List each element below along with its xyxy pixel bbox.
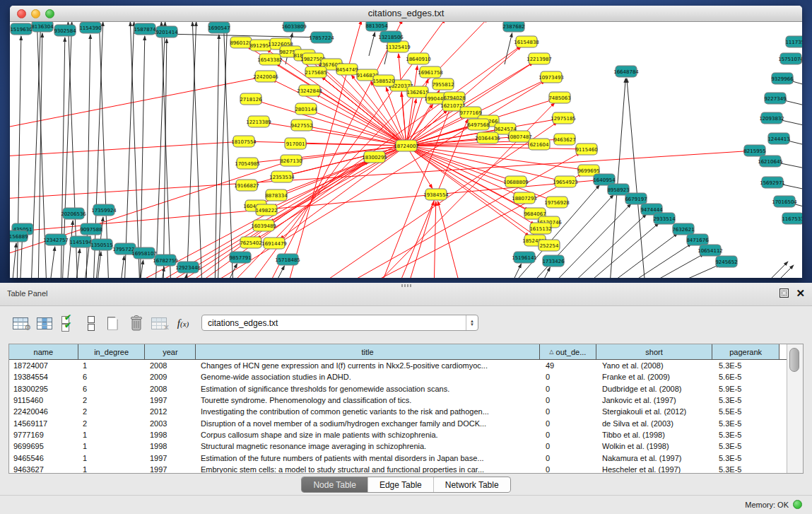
table-options-button[interactable]: ⚙ (10, 312, 31, 334)
graph-node[interactable]: 16961758 (418, 66, 443, 78)
tab-edge-table[interactable]: Edge Table (368, 477, 434, 492)
graph-node[interactable]: 15751074 (778, 53, 802, 64)
table-row[interactable]: 2242004622012Investigating the contribut… (9, 406, 787, 417)
graph-node[interactable]: 16039489 (251, 220, 276, 231)
graph-node[interactable]: 9245652 (715, 256, 737, 267)
graph-node[interactable]: 17016504 (772, 196, 797, 207)
graph-node[interactable]: 1519630 (10, 23, 32, 35)
graph-node[interactable]: 8267130 (280, 155, 302, 166)
graph-node[interactable]: 1615132 (529, 223, 551, 234)
graph-node[interactable]: 9201414 (155, 26, 178, 37)
graph-node[interactable]: 19756928 (544, 197, 570, 208)
graph-node[interactable]: 7955812 (432, 78, 454, 90)
graph-node[interactable]: 9427552 (290, 119, 312, 131)
graph-node[interactable]: 8471676 (686, 234, 709, 245)
table-row[interactable]: 946362711997Embryonic stem cells: a mode… (9, 464, 787, 473)
graph-node[interactable]: 12093832 (759, 112, 784, 124)
column-header-title[interactable]: title (196, 344, 540, 359)
graph-node[interactable]: 16210645 (758, 156, 783, 167)
graph-node[interactable]: 16914479 (261, 238, 287, 249)
graph-node[interactable]: 12213987 (526, 53, 552, 64)
table-row[interactable]: 969969511998Structural magnetic resonanc… (9, 440, 787, 452)
delete-table-button[interactable]: ✕ (148, 312, 170, 334)
graph-node[interactable]: 621604 (529, 139, 550, 150)
column-header-out_de[interactable]: △out_de... (540, 344, 596, 359)
graph-node[interactable]: 1498222 (255, 204, 277, 216)
graph-node[interactable]: 252254 (539, 240, 560, 251)
graph-node[interactable]: 7632621 (672, 223, 694, 235)
graph-node[interactable]: 16782759 (153, 255, 178, 266)
graph-node[interactable]: 19654923 (553, 176, 578, 187)
scrollbar-thumb[interactable] (789, 348, 799, 372)
tab-node-table[interactable]: Node Table (302, 477, 368, 492)
graph-node[interactable]: 19166827 (234, 180, 259, 191)
table-row[interactable]: 911546021997Tourette syndrome. Phenomeno… (9, 395, 787, 406)
graph-node[interactable]: 18107554 (231, 136, 257, 147)
network-window-titlebar[interactable]: citations_edges.txt (10, 6, 802, 22)
unselect-all-columns-button[interactable] (81, 312, 102, 334)
graph-node[interactable]: 12353534 (269, 171, 295, 182)
graph-node[interactable]: 917001 (285, 138, 306, 149)
table-row[interactable]: 946554611997Estimation of the future num… (9, 452, 787, 463)
graph-node[interactable]: 9097588 (80, 223, 102, 235)
divider-drag-handle[interactable] (401, 284, 411, 287)
graph-node[interactable]: 20364436 (475, 132, 500, 144)
graph-node[interactable]: 2933514 (653, 213, 676, 224)
graph-node[interactable]: 12342757 (43, 234, 69, 245)
column-header-pagerank[interactable]: pagerank (712, 344, 779, 359)
graph-node[interactable]: 2803144 (295, 103, 317, 115)
table-row[interactable]: 1456911722003Disruption of a novel membe… (9, 417, 787, 428)
graph-node[interactable]: 1156889 (10, 230, 28, 242)
graph-node[interactable]: 9463627 (553, 134, 575, 145)
graph-node[interactable]: 8813054 (365, 22, 388, 31)
column-header-year[interactable]: year (145, 344, 196, 359)
graph-node[interactable]: 22420046 (253, 71, 278, 82)
graph-node[interactable]: 10973493 (539, 71, 564, 83)
graph-node[interactable]: 1690547 (208, 22, 230, 33)
graph-node[interactable]: 12975185 (551, 112, 576, 124)
new-column-button[interactable] (102, 312, 123, 334)
graph-node[interactable]: 16154838 (514, 36, 539, 47)
graph-node[interactable]: 2718126 (240, 93, 262, 105)
float-panel-icon[interactable] (779, 288, 789, 298)
graph-node[interactable]: 20206536 (61, 208, 86, 219)
graph-node[interactable]: 15692971 (760, 177, 785, 188)
graph-node[interactable]: 9329966 (771, 73, 794, 84)
graph-node[interactable]: 23242848 (297, 85, 322, 96)
graph-node[interactable]: 1167533 (782, 213, 802, 224)
delete-columns-button[interactable] (126, 312, 147, 334)
graph-node[interactable]: 10654112 (698, 245, 723, 256)
column-header-in_degree[interactable]: in_degree (78, 344, 146, 359)
graph-node[interactable]: 9302584 (54, 25, 76, 36)
graph-node[interactable]: 9857791 (229, 252, 251, 263)
graph-node[interactable]: 8960128 (230, 37, 252, 48)
graph-node[interactable]: 9227349 (764, 93, 786, 104)
graph-node[interactable]: 15718485 (275, 254, 300, 265)
graph-node[interactable]: 19384554 (423, 189, 449, 200)
graph-node[interactable]: 12213389 (246, 116, 271, 127)
graph-node[interactable]: 1587874 (134, 23, 156, 35)
select-all-columns-button[interactable]: ✔✔ (58, 312, 79, 334)
graph-node[interactable]: 12923448 (175, 262, 201, 273)
graph-node[interactable]: 13218506 (378, 31, 404, 42)
graph-node[interactable]: 1588520 (372, 75, 394, 86)
table-selector-dropdown[interactable]: citations_edges.txt ▲▼ (201, 315, 478, 331)
graph-hub-node[interactable]: 18724007 (394, 140, 419, 151)
show-columns-button[interactable] (34, 312, 55, 334)
graph-node[interactable]: 7625402 (240, 237, 261, 248)
graph-node[interactable]: 1733426 (542, 255, 565, 267)
graph-node[interactable]: 18640910 (406, 53, 431, 64)
graph-node[interactable]: 6497568 (467, 119, 489, 130)
graph-node[interactable]: 1117353 (785, 36, 802, 47)
graph-node[interactable]: 16033809 (281, 22, 307, 32)
graph-node[interactable]: 17054985 (235, 158, 260, 169)
column-header-short[interactable]: short (596, 344, 713, 359)
graph-node[interactable]: 10688809 (503, 176, 529, 187)
table-row[interactable]: 1872400712008Changes of HCN gene express… (9, 360, 787, 371)
column-header-name[interactable]: name (9, 344, 78, 359)
table-row[interactable]: 1938455462009Genome-wide association stu… (9, 371, 787, 382)
graph-node[interactable]: 1244413 (767, 133, 789, 144)
network-canvas[interactable]: 1132541918640910169617587955812182203771… (10, 22, 802, 278)
graph-node[interactable]: 2387682 (502, 22, 524, 32)
graph-node[interactable]: 8215955 (743, 145, 765, 156)
